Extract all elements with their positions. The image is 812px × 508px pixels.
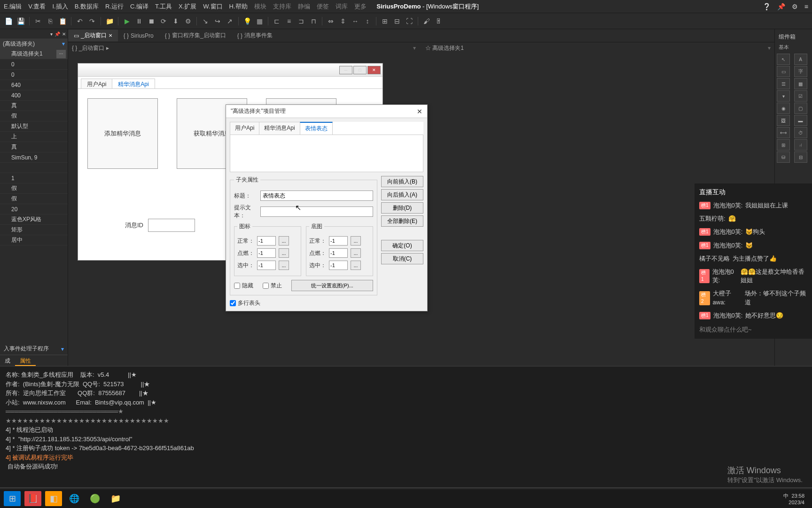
add-essence-button[interactable]: 添加精华消息	[87, 98, 158, 169]
brush-icon[interactable]: 🖌	[422, 16, 431, 26]
hint-input[interactable]	[260, 206, 373, 217]
task-app2[interactable]: ◧	[45, 491, 62, 506]
prop-row[interactable]: 居中	[0, 235, 68, 246]
msg-id-input[interactable]	[148, 219, 195, 232]
font-icon[interactable]: 字	[794, 66, 807, 77]
menu-module[interactable]: 模块	[254, 2, 266, 11]
disable-checkbox[interactable]: 禁止	[263, 282, 282, 290]
cut-icon[interactable]: ✂	[33, 16, 43, 26]
browse-button[interactable]: ...	[279, 261, 289, 270]
browse-button[interactable]: ...	[279, 248, 289, 258]
minimize-button[interactable]: ─	[339, 66, 352, 74]
odbc-icon[interactable]: ⊟	[794, 151, 807, 163]
new-icon[interactable]: 📄	[4, 16, 13, 26]
dlg-tab-list[interactable]	[230, 135, 423, 172]
list-icon[interactable]: ☰	[777, 78, 790, 89]
bulb-icon[interactable]: 💡	[242, 16, 252, 26]
menu-static[interactable]: 静编	[298, 2, 310, 11]
slider-icon[interactable]: ⟷	[777, 127, 790, 138]
same-w-icon[interactable]: ↔	[351, 16, 360, 26]
prop-name-row[interactable]: 高级选择夹1 ...	[0, 49, 68, 59]
menu-window[interactable]: W.窗口	[203, 2, 222, 11]
combo-icon[interactable]: ▾	[777, 90, 790, 102]
prop-row[interactable]	[0, 163, 68, 173]
dlg-tab-emoji[interactable]: 表情表态	[300, 122, 333, 135]
prop-row[interactable]: 假	[0, 111, 68, 121]
build-icon[interactable]: ⚙	[183, 16, 193, 26]
menu-note[interactable]: 便签	[317, 2, 329, 11]
task-edge[interactable]: 🌐	[66, 491, 83, 506]
start-button[interactable]: ⊞	[4, 491, 21, 506]
form-tab-essence[interactable]: 精华消息Api	[112, 79, 155, 88]
menu-edit[interactable]: E.编辑	[4, 2, 22, 11]
browse-button[interactable]: ...	[279, 236, 289, 246]
prop-more-button[interactable]: ...	[56, 50, 66, 58]
center-h-icon[interactable]: ⊞	[380, 16, 390, 26]
bg-hot-input[interactable]	[329, 248, 348, 258]
prop-row[interactable]: 矩形	[0, 225, 68, 235]
help-icon[interactable]: ❔	[763, 3, 771, 10]
bg-normal-input[interactable]	[329, 236, 348, 246]
step-icon[interactable]: ⬇	[171, 16, 180, 26]
task-explorer[interactable]: 📁	[107, 491, 124, 506]
text-icon[interactable]: A	[794, 54, 807, 65]
menu-help[interactable]: H.帮助	[229, 2, 248, 11]
dist-v-icon[interactable]: ⇕	[338, 16, 348, 26]
same-h-icon[interactable]: ↕	[363, 16, 372, 26]
image-icon[interactable]: 🖼	[777, 115, 790, 126]
icon-normal-input[interactable]	[257, 236, 276, 246]
menu-icon[interactable]: ≡	[804, 3, 808, 10]
browse-button[interactable]: ...	[351, 248, 361, 258]
close-button[interactable]: ✕	[367, 66, 381, 74]
prop-row[interactable]: 400	[0, 90, 68, 101]
ok-button[interactable]: 确定(O)	[381, 240, 423, 251]
center-v-icon[interactable]: ⊟	[392, 16, 402, 26]
delete-button[interactable]: 删除(D)	[381, 202, 423, 214]
frame-icon[interactable]: ▢	[794, 103, 807, 114]
tab-icon[interactable]: ⑁	[794, 139, 807, 151]
menu-dict[interactable]: 词库	[336, 2, 348, 11]
chevron-down-icon[interactable]: ▾	[413, 45, 416, 51]
system-tray[interactable]: 中 23:582023/4	[783, 492, 808, 505]
redo-icon[interactable]: ↷	[87, 16, 97, 26]
chevron-down-icon[interactable]: ▾	[768, 45, 771, 51]
align-center-icon[interactable]: ≡	[284, 16, 294, 26]
icon-sel-input[interactable]	[257, 261, 276, 270]
panel-close-icon[interactable]: ✕	[62, 32, 66, 37]
copy-icon[interactable]: ⎘	[46, 16, 55, 26]
title-input[interactable]	[260, 190, 373, 201]
multiline-checkbox[interactable]: 多行表头	[230, 299, 260, 307]
menu-more[interactable]: 更多	[354, 2, 367, 11]
prop-row[interactable]: 假	[0, 194, 68, 204]
pin-icon[interactable]: 📌	[777, 3, 785, 10]
save-icon[interactable]: 💾	[16, 16, 25, 26]
tab-start-window[interactable]: ▭ _启动窗口 ✕	[68, 30, 118, 41]
timer-icon[interactable]: ⏱	[794, 127, 807, 138]
prop-row[interactable]: 0	[0, 70, 68, 80]
gear-icon[interactable]: ⚙	[792, 3, 798, 10]
close-icon[interactable]: ✕	[109, 33, 112, 38]
left-tab-properties[interactable]: 属性	[15, 355, 36, 366]
panel-dropdown-icon[interactable]: ▾	[50, 32, 53, 37]
check-icon[interactable]: ☑	[794, 90, 807, 102]
stop-icon[interactable]: ⏹	[147, 16, 156, 26]
run-icon[interactable]: ▶	[122, 16, 132, 26]
prop-row[interactable]: 640	[0, 80, 68, 90]
step-into-icon[interactable]: ↘	[201, 16, 210, 26]
pause-icon[interactable]: ⏸	[134, 16, 144, 26]
task-chrome[interactable]: 🟢	[86, 491, 103, 506]
insert-after-button[interactable]: 向后插入(A)	[381, 189, 423, 200]
folder-icon[interactable]: 📁	[105, 16, 114, 26]
step-over-icon[interactable]: ↪	[213, 16, 222, 26]
prop-row[interactable]: 假	[0, 183, 68, 194]
dialog-close-icon[interactable]: ✕	[417, 108, 422, 115]
bc-tab-selector[interactable]: ☆ 高级选择夹1	[425, 44, 464, 52]
dist-h-icon[interactable]: ⇔	[326, 16, 336, 26]
grid-icon[interactable]: ▦	[255, 16, 264, 26]
align-left-icon[interactable]: ⊏	[272, 16, 281, 26]
chat-input-prompt[interactable]: 和观众聊点什么吧~	[699, 325, 807, 334]
prop-row[interactable]: 真	[0, 142, 68, 152]
palette-tab-basic[interactable]: 基本	[777, 43, 810, 52]
align-top-icon[interactable]: ⊓	[309, 16, 318, 26]
delete-all-button[interactable]: 全部删除(E)	[381, 215, 423, 227]
